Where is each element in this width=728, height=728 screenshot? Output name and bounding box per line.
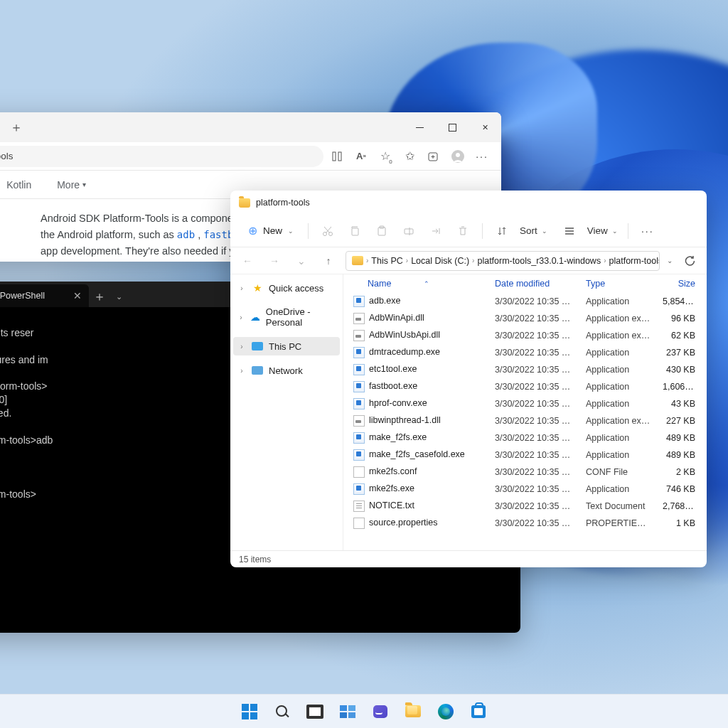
more-icon[interactable]: ··· [471, 146, 493, 167]
file-row[interactable]: adb.exe3/30/2022 10:35 PMApplication5,85… [343, 293, 707, 310]
svg-rect-12 [378, 228, 385, 235]
edge-taskbar-button[interactable] [432, 697, 460, 726]
status-bar: 15 items [230, 550, 707, 567]
col-size[interactable]: Size [657, 279, 701, 289]
svg-rect-2 [333, 152, 336, 161]
terminal-dropdown[interactable]: ⌄ [110, 286, 129, 307]
file-row[interactable]: etc1tool.exe3/30/2022 10:35 PMApplicatio… [343, 361, 707, 378]
folder-icon [352, 256, 363, 265]
new-terminal-tab[interactable]: ＋ [89, 286, 110, 307]
explorer-file-list: Name⌃ Date modified Type Size adb.exe3/3… [343, 274, 707, 550]
copy-icon[interactable] [343, 219, 367, 243]
explorer-toolbar: ⊕ New ⌄ Sort⌄ View⌄ ··· [230, 215, 707, 247]
explorer-nav-pane: ›★Quick access ›☁OneDrive - Personal ›Th… [230, 274, 343, 550]
minimize-button[interactable] [403, 114, 436, 141]
maximize-button[interactable] [436, 114, 469, 141]
breadcrumb-item[interactable]: This PC [371, 256, 402, 266]
chat-button[interactable] [366, 697, 395, 726]
forward-button[interactable]: → [264, 251, 284, 271]
widgets-button[interactable] [333, 697, 362, 726]
refresh-button[interactable] [680, 251, 700, 271]
breadcrumb[interactable]: › This PC›Local Disk (C:)›platform-tools… [346, 251, 660, 271]
search-button[interactable] [268, 697, 296, 726]
file-icon [353, 313, 365, 324]
col-type[interactable]: Type [580, 279, 657, 289]
file-row[interactable]: mke2fs.conf3/30/2022 10:35 PMCONF File2 … [343, 464, 707, 481]
read-aloud-icon[interactable] [326, 146, 348, 167]
taskbar [0, 694, 728, 728]
share-icon[interactable] [424, 219, 448, 243]
file-row[interactable]: dmtracedump.exe3/30/2022 10:35 PMApplica… [343, 344, 707, 361]
tab-close-icon[interactable]: ✕ [73, 290, 82, 301]
file-icon [353, 296, 365, 307]
back-button[interactable]: ← [237, 251, 257, 271]
breadcrumb-item[interactable]: platform-tools [609, 256, 660, 266]
file-icon [353, 518, 365, 529]
explorer-window: platform-tools ⊕ New ⌄ Sort⌄ View⌄ ··· ←… [230, 191, 707, 567]
explorer-address-bar: ← → ⌄ ↑ › This PC›Local Disk (C:)›platfo… [230, 247, 707, 274]
up-button[interactable]: ↑ [318, 251, 338, 271]
new-tab-button[interactable]: ＋ [6, 117, 26, 137]
file-icon [353, 432, 365, 444]
file-row[interactable]: hprof-conv.exe3/30/2022 10:35 PMApplicat… [343, 395, 707, 412]
file-row[interactable]: AdbWinApi.dll3/30/2022 10:35 PMApplicati… [343, 310, 707, 327]
favorite-icon[interactable]: ☆0 [375, 146, 396, 167]
cut-icon[interactable] [316, 219, 340, 243]
svg-rect-1 [449, 124, 456, 131]
file-row[interactable]: NOTICE.txt3/30/2022 10:35 PMText Documen… [343, 498, 707, 515]
sort-button[interactable] [490, 219, 514, 243]
start-button[interactable] [235, 697, 264, 726]
collections-icon[interactable] [423, 146, 444, 167]
file-row[interactable]: mke2fs.exe3/30/2022 10:35 PMApplication7… [343, 481, 707, 498]
breadcrumb-item[interactable]: Local Disk (C:) [411, 256, 469, 266]
window-title: platform-tools [256, 198, 310, 208]
svg-rect-3 [338, 152, 341, 161]
file-icon [353, 364, 365, 375]
text-size-icon[interactable]: A» [350, 146, 372, 167]
col-name[interactable]: Name⌃ [343, 279, 489, 289]
browser-address-bar: loper.android.com/studio/releases/platfo… [0, 142, 501, 171]
terminal-tab[interactable]: ws PowerShell ✕ [0, 284, 89, 307]
nav-this-pc[interactable]: ›This PC [233, 337, 340, 355]
more-button[interactable]: ··· [636, 219, 660, 243]
rename-icon[interactable] [397, 219, 421, 243]
file-icon [353, 415, 365, 427]
recent-locations-button[interactable]: ⌄ [291, 251, 311, 271]
profile-icon[interactable] [447, 146, 469, 167]
svg-rect-11 [352, 228, 358, 235]
nav-onedrive[interactable]: ›☁OneDrive - Personal [233, 303, 340, 331]
paste-icon[interactable] [370, 219, 394, 243]
file-icon [353, 483, 365, 495]
task-view-button[interactable] [301, 697, 329, 726]
explorer-taskbar-button[interactable] [399, 697, 427, 726]
file-row[interactable]: make_f2fs_casefold.exe3/30/2022 10:35 PM… [343, 446, 707, 464]
file-row[interactable]: source.properties3/30/2022 10:35 PMPROPE… [343, 515, 707, 532]
favorites-bar-icon[interactable]: ✩ [399, 146, 420, 167]
nav-kotlin[interactable]: Kotlin [5, 172, 33, 198]
folder-icon [239, 198, 250, 208]
breadcrumb-item[interactable]: platform-tools_r33.0.1-windows [477, 256, 601, 266]
new-button[interactable]: ⊕ New ⌄ [239, 221, 301, 241]
col-date[interactable]: Date modified [489, 279, 580, 289]
file-row[interactable]: fastboot.exe3/30/2022 10:35 PMApplicatio… [343, 378, 707, 395]
file-icon [353, 398, 365, 410]
file-icon [353, 466, 365, 478]
store-taskbar-button[interactable] [464, 697, 493, 726]
file-row[interactable]: make_f2fs.exe3/30/2022 10:35 PMApplicati… [343, 429, 707, 446]
nav-quick-access[interactable]: ›★Quick access [233, 279, 340, 297]
nav-more[interactable]: More ▾ [55, 172, 87, 198]
nav-network[interactable]: ›Network [233, 361, 340, 380]
url-field[interactable]: loper.android.com/studio/releases/platfo… [0, 146, 323, 167]
column-headers: Name⌃ Date modified Type Size [343, 274, 707, 293]
svg-rect-14 [405, 229, 413, 234]
file-row[interactable]: AdbWinUsbApi.dll3/30/2022 10:35 PMApplic… [343, 327, 707, 344]
file-icon [353, 381, 365, 392]
file-icon [353, 330, 365, 341]
file-row[interactable]: libwinpthread-1.dll3/30/2022 10:35 PMApp… [343, 412, 707, 429]
explorer-title-bar[interactable]: platform-tools [230, 191, 707, 215]
delete-icon[interactable] [451, 219, 475, 243]
tab-close-button[interactable]: ✕ [0, 117, 2, 137]
address-dropdown-icon[interactable]: ⌄ [667, 257, 673, 264]
close-button[interactable]: ✕ [469, 114, 501, 141]
view-button[interactable] [557, 219, 582, 243]
